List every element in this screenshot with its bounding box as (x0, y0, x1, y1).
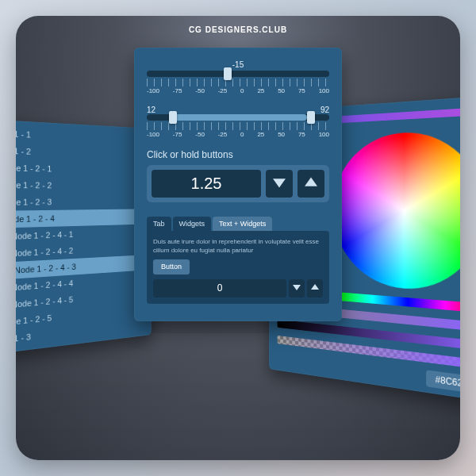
number-stepper: 1.25 (147, 165, 329, 202)
tick-label: 75 (298, 131, 305, 138)
tick-label: -100 (147, 131, 159, 138)
mini-number-display[interactable]: 0 (153, 279, 286, 298)
tick-label: -75 (173, 131, 182, 138)
mini-increment-button[interactable] (307, 279, 323, 298)
slider-single-ticks (147, 79, 329, 86)
tab[interactable]: Tab (147, 217, 171, 231)
triangle-up-icon (305, 176, 317, 192)
triangle-down-icon (293, 283, 301, 294)
tick-label: 0 (240, 131, 244, 138)
tick-label: 25 (257, 131, 264, 138)
slider-range-tick-labels: -100-75-50-250255075100 (147, 131, 329, 138)
tab[interactable]: Widgets (173, 217, 212, 231)
decrement-button[interactable] (266, 170, 293, 198)
mini-decrement-button[interactable] (289, 279, 305, 298)
tick-label: -25 (218, 131, 228, 138)
tree-panel: Node 1 - 1Node 1 - 2Node 1 - 2 - 1Node 1… (16, 119, 152, 355)
tick-label: 25 (257, 87, 264, 94)
tick-label: -25 (218, 87, 228, 94)
tick-label: 50 (278, 87, 285, 94)
tick-label: -100 (147, 87, 159, 94)
slider-single-handle[interactable] (224, 67, 232, 80)
slider-single-track[interactable] (147, 71, 329, 77)
tick-label: -50 (195, 87, 205, 94)
tick-label: -75 (173, 87, 182, 94)
increment-button[interactable] (298, 170, 324, 198)
slider-range-high: 92 (321, 106, 329, 114)
slider-single-value: -15 (147, 60, 329, 69)
number-display[interactable]: 1.25 (152, 170, 261, 198)
tab[interactable]: Text + Widgets (213, 217, 272, 231)
tick-label: 100 (319, 87, 329, 94)
mini-stepper: 0 (153, 279, 323, 298)
slider-range-handle-low[interactable] (169, 111, 177, 124)
slider-single[interactable]: -15 -100-75-50-250255075100 (147, 60, 329, 94)
tab-text: Duis aute irure dolor in reprehenderit i… (153, 237, 323, 255)
tick-label: 50 (278, 131, 285, 138)
tick-label: 100 (319, 131, 329, 138)
tick-label: -50 (195, 131, 205, 138)
slider-single-tick-labels: -100-75-50-250255075100 (147, 87, 329, 94)
slider-range-fill (169, 114, 308, 121)
brand-label: CG DESIGNERS.CLUB (16, 25, 460, 34)
tree-row[interactable]: Node 1 - 2 - 2 (16, 176, 152, 194)
triangle-down-icon (273, 176, 286, 192)
hex-readout[interactable]: #8C62FE (426, 370, 460, 395)
tab-bar: TabWidgetsText + Widgets (147, 217, 329, 231)
tick-label: 0 (240, 87, 244, 94)
tab-body: Duis aute irure dolor in reprehenderit i… (147, 231, 329, 304)
color-wheel[interactable] (332, 129, 460, 294)
tab-button[interactable]: Button (153, 259, 190, 274)
slider-range-handle-high[interactable] (307, 111, 315, 124)
slider-range-track[interactable] (147, 114, 329, 121)
slider-range[interactable]: 12 92 -100-75-50-250255075100 (147, 106, 329, 138)
slider-range-low: 12 (147, 106, 155, 114)
front-panel: -15 -100-75-50-250255075100 12 92 -100-7… (134, 48, 342, 321)
stepper-hint: Click or hold buttons (147, 149, 329, 160)
triangle-up-icon (311, 283, 319, 294)
tick-label: 75 (298, 87, 305, 94)
